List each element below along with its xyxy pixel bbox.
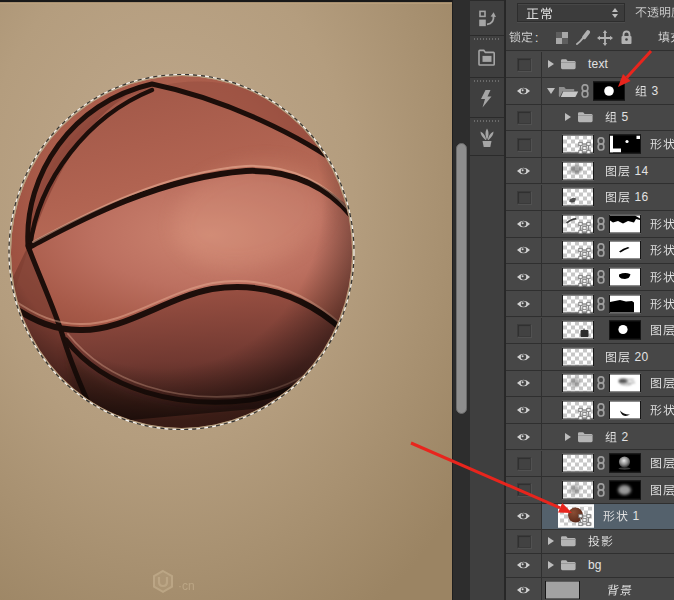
svg-text:·cn: ·cn bbox=[178, 579, 195, 593]
